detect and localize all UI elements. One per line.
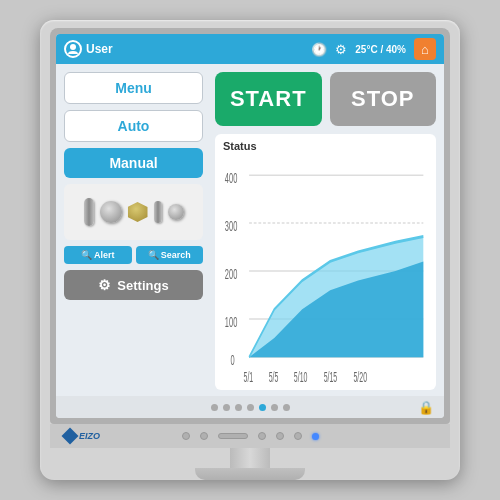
- right-panel: START STOP Status: [211, 64, 444, 396]
- main-content: Menu Auto Manual: [56, 64, 444, 396]
- monitor-bottom: EIZO: [50, 424, 450, 480]
- user-icon: [64, 40, 82, 58]
- dot-4[interactable]: [247, 404, 254, 411]
- chart-area: Status 400 300: [215, 134, 436, 390]
- settings-label: Settings: [117, 278, 168, 293]
- search-label: Search: [161, 250, 191, 260]
- monitor-controls: EIZO: [50, 424, 450, 448]
- svg-text:5/5: 5/5: [269, 369, 279, 384]
- screen: User 🕐 ⚙ 25°C / 40% ⌂ Menu Auto: [56, 34, 444, 418]
- svg-text:5/15: 5/15: [324, 369, 338, 384]
- bolt-5: [168, 204, 184, 220]
- monitor: User 🕐 ⚙ 25°C / 40% ⌂ Menu Auto: [40, 20, 460, 480]
- eizo-logo: EIZO: [64, 430, 100, 442]
- top-bar-icons: 🕐 ⚙ 25°C / 40% ⌂: [311, 38, 436, 60]
- eizo-diamond-icon: [62, 428, 79, 445]
- temperature: 25°C / 40%: [355, 44, 406, 55]
- chart-title: Status: [223, 140, 428, 152]
- alert-label: Alert: [94, 250, 115, 260]
- screen-bezel: User 🕐 ⚙ 25°C / 40% ⌂ Menu Auto: [50, 28, 450, 424]
- start-stop-row: START STOP: [215, 72, 436, 126]
- manual-button[interactable]: Manual: [64, 148, 203, 178]
- chart-body: 400 300 200 100 0: [223, 156, 428, 386]
- left-panel: Menu Auto Manual: [56, 64, 211, 396]
- alert-button[interactable]: 🔍 Alert: [64, 246, 132, 264]
- svg-text:5/1: 5/1: [244, 369, 254, 384]
- alert-search-icon: 🔍: [81, 250, 92, 260]
- screws-illustration: [64, 184, 203, 240]
- bolt-1: [84, 198, 94, 226]
- power-indicator: [312, 433, 319, 440]
- dot-7[interactable]: [283, 404, 290, 411]
- stand-base: [195, 468, 305, 480]
- settings-icon: ⚙: [335, 42, 347, 57]
- clock-icon: 🕐: [311, 42, 327, 57]
- svg-text:200: 200: [225, 265, 238, 283]
- top-bar: User 🕐 ⚙ 25°C / 40% ⌂: [56, 34, 444, 64]
- search-button[interactable]: 🔍 Search: [136, 246, 204, 264]
- stop-button[interactable]: STOP: [330, 72, 437, 126]
- ctrl-button-2[interactable]: [200, 432, 208, 440]
- svg-text:0: 0: [230, 351, 234, 369]
- home-button[interactable]: ⌂: [414, 38, 436, 60]
- settings-button[interactable]: ⚙ Settings: [64, 270, 203, 300]
- dot-1[interactable]: [211, 404, 218, 411]
- user-label: User: [86, 42, 113, 56]
- start-button[interactable]: START: [215, 72, 322, 126]
- dot-2[interactable]: [223, 404, 230, 411]
- dot-3[interactable]: [235, 404, 242, 411]
- parts-image: [64, 184, 203, 240]
- alert-search-row: 🔍 Alert 🔍 Search: [64, 246, 203, 264]
- bottom-bar: 🔒: [56, 396, 444, 418]
- home-icon: ⌂: [421, 42, 429, 57]
- bolt-2: [100, 201, 122, 223]
- eizo-brand: EIZO: [79, 431, 100, 441]
- svg-text:5/20: 5/20: [353, 369, 367, 384]
- gear-icon: ⚙: [98, 277, 111, 293]
- user-area: User: [64, 40, 113, 58]
- ctrl-button-1[interactable]: [182, 432, 190, 440]
- search-icon: 🔍: [148, 250, 159, 260]
- dot-5-active[interactable]: [259, 404, 266, 411]
- dot-6[interactable]: [271, 404, 278, 411]
- svg-text:100: 100: [225, 313, 238, 331]
- bolt-4: [154, 201, 162, 223]
- svg-point-0: [70, 44, 76, 50]
- ctrl-button-4[interactable]: [276, 432, 284, 440]
- ctrl-button-3[interactable]: [258, 432, 266, 440]
- svg-text:5/10: 5/10: [294, 369, 308, 384]
- svg-text:300: 300: [225, 217, 238, 235]
- ctrl-bar[interactable]: [218, 433, 248, 439]
- bolt-3: [128, 202, 148, 222]
- menu-button[interactable]: Menu: [64, 72, 203, 104]
- stand-neck: [230, 448, 270, 468]
- lock-icon[interactable]: 🔒: [418, 400, 434, 415]
- svg-text:400: 400: [225, 169, 238, 187]
- auto-button[interactable]: Auto: [64, 110, 203, 142]
- chart-svg: 400 300 200 100 0: [223, 156, 428, 386]
- ctrl-button-5[interactable]: [294, 432, 302, 440]
